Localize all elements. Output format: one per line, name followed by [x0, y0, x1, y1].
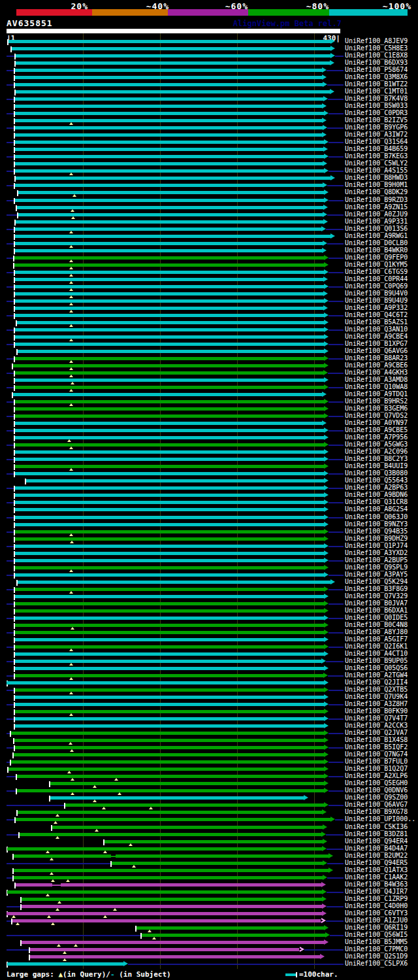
alignment-bar[interactable] [14, 854, 111, 858]
alignment-bar[interactable] [15, 307, 323, 310]
alignment-bar[interactable] [14, 256, 324, 260]
alignment-bar[interactable] [15, 335, 324, 339]
hit-label[interactable]: UniRef100_C0PR44 [345, 275, 408, 282]
hit-label[interactable]: UniRef100_Q063J0 [345, 513, 408, 520]
alignment-bar[interactable] [15, 155, 324, 158]
hit-label[interactable]: UniRef100_Q31CR8 [345, 498, 408, 505]
hit-label[interactable]: UniRef100_Q94B35 [345, 528, 408, 535]
hit-label[interactable]: UniRef100_Q94ER5 [345, 859, 408, 866]
alignment-bar[interactable] [15, 638, 324, 641]
alignment-bar[interactable] [15, 710, 324, 713]
hit-label[interactable]: UniRef100_C4D0H0 [345, 902, 408, 909]
alignment-bar[interactable] [15, 141, 324, 144]
hit-label[interactable]: UniRef100_Q3M8X6 [345, 73, 408, 80]
alignment-bar[interactable] [16, 818, 330, 821]
hit-label[interactable]: UniRef100_Q2I6K1 [345, 643, 408, 650]
alignment-bar[interactable] [15, 285, 324, 288]
hit-label[interactable]: UniRef100_A4GKH3 [345, 369, 408, 376]
alignment-bar[interactable] [15, 559, 324, 562]
alignment-bar[interactable] [15, 465, 324, 468]
hit-label[interactable]: UniRef100_B3GEM6 [345, 405, 408, 412]
alignment-bar[interactable] [12, 919, 321, 922]
hit-label[interactable]: UniRef100_C6VTY3 [345, 909, 408, 917]
hit-label[interactable]: UniRef100_A8YJ80 [345, 628, 408, 635]
alignment-bar[interactable] [15, 494, 324, 497]
alignment-bar[interactable] [14, 753, 324, 756]
hit-label[interactable]: UniRef100_A9TDQ1 [345, 390, 408, 397]
hit-label[interactable]: UniRef100_A5GWG3 [345, 441, 408, 448]
alignment-bar[interactable] [15, 133, 322, 137]
hit-label[interactable]: UniRef100_Q7U9K4 [345, 693, 408, 700]
alignment-bar[interactable] [15, 530, 324, 533]
hit-label[interactable]: UniRef100_B2IZV5 [345, 116, 408, 124]
alignment-bar[interactable] [7, 962, 123, 966]
alignment-bar[interactable] [15, 249, 322, 252]
alignment-bar[interactable] [15, 724, 324, 728]
hit-label[interactable]: UniRef100_Q7V329 [345, 592, 408, 600]
alignment-bar[interactable] [15, 660, 321, 663]
alignment-bar[interactable] [15, 407, 324, 411]
hit-label[interactable]: UniRef100_B0JVA7 [345, 600, 408, 607]
hit-label[interactable]: UniRef100_B9DHZ9 [345, 535, 408, 542]
alignment-bar[interactable] [15, 516, 324, 519]
hit-label[interactable]: UniRef100_Q6AVG6 [345, 347, 408, 354]
hit-label[interactable]: UniRef100_B9H0M1 [345, 181, 408, 188]
hit-label[interactable]: UniRef100_Q94ER4 [345, 837, 408, 845]
hit-label[interactable]: UniRef100_A4CT10 [345, 650, 408, 657]
hit-label[interactable]: UniRef100_Q55643 [345, 477, 408, 484]
alignment-bar[interactable] [15, 184, 323, 187]
alignment-bar[interactable] [15, 624, 324, 627]
hit-label[interactable]: UniRef100_Q4JIR7 [345, 888, 408, 895]
alignment-bar[interactable] [15, 299, 324, 303]
alignment-bar[interactable] [15, 83, 323, 86]
alignment-bar[interactable] [15, 486, 324, 490]
alignment-bar[interactable] [22, 905, 322, 908]
alignment-bar[interactable] [26, 479, 324, 482]
hit-label[interactable]: UniRef100_B9UP05 [345, 657, 408, 664]
hit-label[interactable]: UniRef100_A0ZJU9 [345, 211, 408, 218]
alignment-bar[interactable] [7, 912, 322, 915]
alignment-bar[interactable] [15, 97, 323, 101]
hit-label[interactable]: UniRef100_A9CBE6 [345, 362, 408, 369]
alignment-bar[interactable] [15, 566, 324, 569]
hit-label[interactable]: UniRef100_Q9SPL9 [345, 564, 408, 571]
hit-label[interactable]: UniRef100_A9P332 [345, 304, 408, 311]
hit-label[interactable]: UniRef100_C5H8E3 [345, 44, 408, 52]
hit-label[interactable]: UniRef100_Q10WA8 [345, 383, 408, 390]
hit-label[interactable]: UniRef100_Q0IDE5 [345, 614, 408, 621]
hit-label[interactable]: UniRef100_B5IQF2 [345, 743, 408, 751]
hit-label[interactable]: UniRef100_C1AAK2 [345, 873, 408, 881]
alignment-bar[interactable] [17, 775, 324, 778]
hit-label[interactable]: UniRef100_C1E8X8 [345, 52, 408, 59]
alignment-bar[interactable] [15, 472, 324, 475]
alignment-bar[interactable] [7, 890, 322, 894]
hit-label[interactable]: UniRef100_Q2XTB5 [345, 686, 408, 693]
alignment-bar[interactable] [15, 278, 323, 281]
alignment-bar[interactable] [14, 263, 324, 267]
hit-label[interactable]: UniRef100_A9BDN6 [345, 491, 408, 498]
alignment-bar[interactable] [14, 869, 329, 872]
hit-label[interactable]: UniRef100_B1X4S8 [345, 736, 408, 743]
hit-label[interactable]: UniRef100_B8AR23 [345, 354, 408, 362]
hit-label[interactable]: UniRef100_A9P331 [345, 218, 408, 225]
alignment-bar[interactable] [7, 847, 322, 851]
alignment-bar[interactable] [16, 177, 330, 180]
alignment-bar[interactable] [15, 458, 324, 461]
alignment-bar[interactable] [15, 552, 324, 555]
hit-label[interactable]: UniRef100_Q1KYM5 [345, 261, 408, 268]
alignment-bar[interactable] [15, 573, 324, 577]
alignment-bar[interactable] [15, 235, 330, 238]
hit-label[interactable]: UniRef100_A2TGW4 [345, 671, 408, 679]
hit-label[interactable]: UniRef100_A0YN97 [345, 419, 408, 426]
hit-label[interactable]: UniRef100_A2C096 [345, 448, 408, 455]
alignment-bar[interactable] [15, 148, 323, 151]
alignment-bar[interactable] [17, 206, 323, 209]
hit-label[interactable]: UniRef100_Q2JII4 [345, 679, 408, 686]
alignment-bar[interactable] [15, 228, 321, 231]
hit-label[interactable]: UniRef100_A7P956 [345, 433, 408, 441]
hit-label[interactable]: UniRef100_C1MT01 [345, 88, 408, 95]
alignment-bar[interactable] [15, 126, 323, 129]
hit-label[interactable]: UniRef100_Q5K294 [345, 578, 408, 585]
hit-label[interactable]: UniRef100_C5KI36 [345, 823, 408, 830]
alignment-bar[interactable] [15, 199, 324, 202]
